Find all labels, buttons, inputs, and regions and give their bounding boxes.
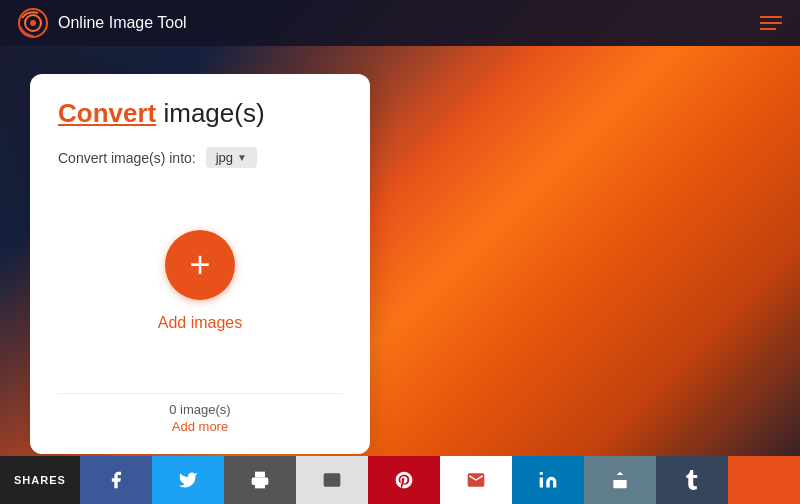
card-title: Convert image(s)	[58, 98, 342, 129]
twitter-icon	[178, 470, 198, 490]
menu-icon[interactable]	[760, 16, 782, 30]
card-footer: 0 image(s) Add more	[58, 393, 342, 434]
convert-label: Convert image(s) into:	[58, 150, 196, 166]
gmail-share-button[interactable]	[440, 456, 512, 504]
email-icon	[322, 470, 342, 490]
header-left: Online Image Tool	[18, 8, 187, 38]
convert-card: Convert image(s) Convert image(s) into: …	[30, 74, 370, 454]
plus-icon: +	[189, 247, 210, 283]
chevron-down-icon: ▼	[237, 152, 247, 163]
linkedin-icon	[538, 470, 558, 490]
add-images-label: Add images	[158, 314, 243, 332]
gmail-icon	[466, 470, 486, 490]
image-count: 0 image(s)	[169, 402, 230, 417]
email-share-button[interactable]	[296, 456, 368, 504]
share-icon	[610, 470, 630, 490]
card-title-suffix: image(s)	[156, 98, 264, 128]
svg-point-2	[30, 20, 36, 26]
svg-point-4	[540, 472, 543, 475]
logo-icon	[18, 8, 48, 38]
pinterest-share-button[interactable]	[368, 456, 440, 504]
more-share-button[interactable]	[728, 456, 800, 504]
app-title: Online Image Tool	[58, 14, 187, 32]
shares-label: SHARES	[0, 474, 80, 486]
header: Online Image Tool	[0, 0, 800, 46]
main-content: Convert image(s) Convert image(s) into: …	[0, 46, 800, 482]
tumblr-icon	[682, 470, 702, 490]
pinterest-icon	[394, 470, 414, 490]
format-dropdown[interactable]: jpg ▼	[206, 147, 257, 168]
twitter-share-button[interactable]	[152, 456, 224, 504]
print-icon	[250, 470, 270, 490]
add-more-link[interactable]: Add more	[172, 419, 228, 434]
share-button[interactable]	[584, 456, 656, 504]
facebook-icon	[106, 470, 126, 490]
tumblr-share-button[interactable]	[656, 456, 728, 504]
plus-icon	[754, 470, 774, 490]
linkedin-share-button[interactable]	[512, 456, 584, 504]
convert-row: Convert image(s) into: jpg ▼	[58, 147, 342, 168]
print-share-button[interactable]	[224, 456, 296, 504]
add-images-button[interactable]: +	[165, 230, 235, 300]
convert-highlight: Convert	[58, 98, 156, 128]
facebook-share-button[interactable]	[80, 456, 152, 504]
selected-format: jpg	[216, 150, 233, 165]
svg-rect-3	[255, 482, 265, 489]
share-buttons	[80, 456, 800, 504]
share-bar: SHARES	[0, 456, 800, 504]
upload-area: + Add images	[58, 186, 342, 375]
